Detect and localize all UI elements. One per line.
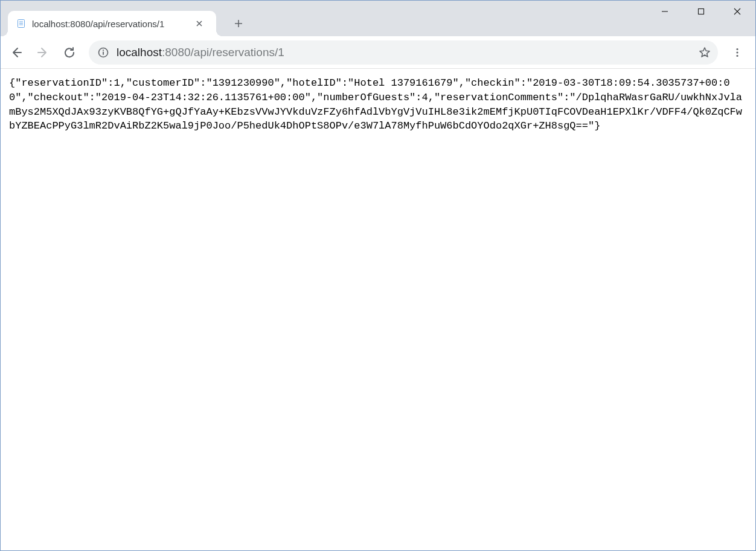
address-bar[interactable]: localhost:8080/api/reservations/1 [89, 40, 718, 65]
minimize-button[interactable] [647, 1, 683, 22]
url-text: localhost:8080/api/reservations/1 [117, 46, 690, 59]
svg-rect-4 [699, 9, 704, 14]
close-window-button[interactable] [719, 1, 755, 22]
page-content: {"reservationID":1,"customerID":"1391230… [1, 69, 755, 141]
response-body: {"reservationID":1,"customerID":"1391230… [9, 77, 742, 132]
reload-button[interactable] [57, 40, 82, 65]
browser-menu-button[interactable] [725, 40, 749, 65]
tab-close-button[interactable] [194, 18, 205, 29]
new-tab-button[interactable] [229, 14, 248, 33]
bookmark-star-icon[interactable] [697, 45, 712, 60]
back-button[interactable] [4, 40, 28, 65]
browser-tab[interactable]: localhost:8080/api/reservations/1 [8, 11, 216, 36]
tab-favicon [16, 19, 26, 28]
browser-toolbar: localhost:8080/api/reservations/1 [1, 36, 755, 69]
svg-point-9 [736, 51, 738, 53]
site-info-icon[interactable] [97, 46, 109, 59]
svg-point-10 [736, 54, 738, 56]
window-controls [647, 1, 755, 22]
svg-point-6 [103, 49, 104, 51]
svg-rect-7 [103, 51, 104, 54]
tab-title: localhost:8080/api/reservations/1 [32, 19, 188, 29]
forward-button[interactable] [31, 40, 55, 65]
svg-point-8 [736, 48, 738, 49]
titlebar: localhost:8080/api/reservations/1 [1, 1, 755, 36]
url-path: :8080/api/reservations/1 [162, 46, 284, 59]
tab-strip: localhost:8080/api/reservations/1 [1, 1, 248, 36]
url-host: localhost [117, 46, 162, 59]
maximize-button[interactable] [683, 1, 719, 22]
